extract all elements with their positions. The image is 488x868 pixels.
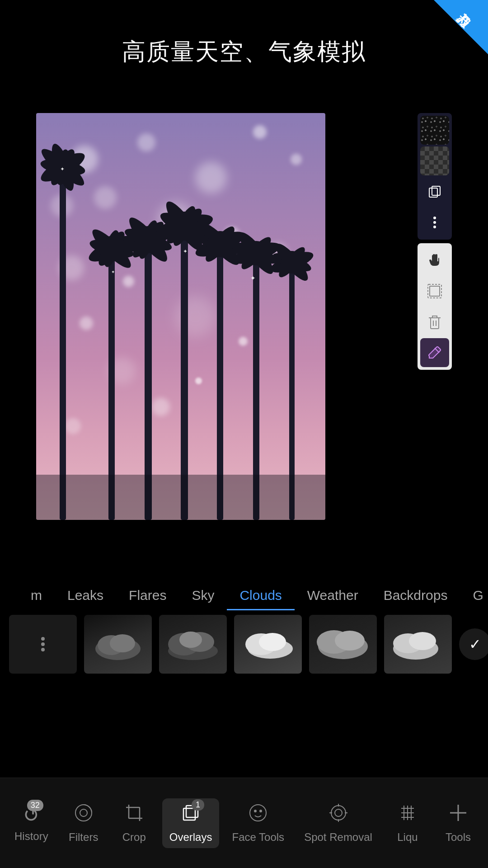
svg-point-41 xyxy=(244,241,268,265)
overlays-label: Overlays xyxy=(169,831,212,844)
svg-point-93 xyxy=(331,806,346,820)
nav-filters[interactable]: Filters xyxy=(61,798,106,848)
svg-point-82 xyxy=(80,809,87,816)
category-tab-backdrops[interactable]: Backdrops xyxy=(371,581,460,610)
svg-point-54 xyxy=(433,217,436,219)
filters-label: Filters xyxy=(69,831,98,844)
history-badge: 32 xyxy=(27,800,43,811)
category-tab-leaks[interactable]: Leaks xyxy=(55,581,116,610)
svg-point-94 xyxy=(335,809,342,816)
svg-rect-58 xyxy=(430,286,440,296)
svg-point-80 xyxy=(409,632,436,650)
category-tab-weather[interactable]: Weather xyxy=(295,581,371,610)
liquify-icon xyxy=(398,803,418,827)
face-tools-label: Face Tools xyxy=(232,831,285,844)
cloud-thumb-1[interactable] xyxy=(84,615,152,674)
cloud-thumb-5[interactable] xyxy=(384,615,452,674)
history-label: History xyxy=(14,830,48,843)
nav-face-tools[interactable]: Face Tools xyxy=(225,798,292,848)
spot-removal-label: Spot Removal xyxy=(304,831,372,844)
action-tools-group xyxy=(418,243,452,370)
crop-label: Crop xyxy=(122,831,146,844)
overlays-icon: 1 xyxy=(181,803,201,827)
eraser-tool[interactable] xyxy=(420,338,449,367)
category-tab-g[interactable]: G xyxy=(460,581,488,610)
cloud-thumb-4[interactable] xyxy=(309,615,377,674)
overlay-strip: ✓ xyxy=(0,610,488,678)
badge-text: 叔乃 xyxy=(468,2,482,16)
svg-rect-83 xyxy=(129,807,140,818)
svg-rect-88 xyxy=(183,808,195,820)
svg-rect-47 xyxy=(36,475,325,520)
more-options-tool[interactable] xyxy=(420,208,449,237)
delete-tool[interactable] xyxy=(420,307,449,336)
nav-history[interactable]: ↺ 32 History xyxy=(7,799,56,847)
category-tab-sky[interactable]: Sky xyxy=(179,581,227,610)
tools-icon xyxy=(448,803,468,827)
overlays-badge: 1 xyxy=(192,799,204,811)
nav-crop[interactable]: Crop xyxy=(112,798,157,848)
svg-point-55 xyxy=(433,221,436,224)
overlay-menu-thumb[interactable] xyxy=(9,615,77,674)
apply-check-button[interactable]: ✓ xyxy=(459,628,488,660)
nav-spot-removal[interactable]: Spot Removal xyxy=(297,798,380,848)
right-sidebar xyxy=(418,113,452,370)
svg-text:✦: ✦ xyxy=(250,274,256,282)
svg-point-74 xyxy=(259,633,286,651)
category-tab-clouds[interactable]: Clouds xyxy=(227,581,294,610)
header-title: 高质量天空、气象模拟 xyxy=(0,36,488,68)
svg-point-36 xyxy=(207,231,233,257)
filters-icon xyxy=(74,803,94,827)
sidebar-top-group xyxy=(418,113,452,240)
palm-silhouettes: ✦ ✦ ✦ ✦ xyxy=(36,113,325,520)
nav-liquify[interactable]: Liqu xyxy=(385,798,430,848)
canvas-area: ✦ ✦ ✦ ✦ xyxy=(36,113,325,520)
overlay-thumbnail-tool[interactable] xyxy=(420,116,449,145)
svg-point-67 xyxy=(110,634,135,652)
svg-rect-0 xyxy=(60,167,66,520)
svg-point-63 xyxy=(41,642,45,646)
svg-point-90 xyxy=(250,805,266,821)
nav-tools[interactable]: Tools xyxy=(436,798,481,848)
duplicate-tool[interactable] xyxy=(420,177,449,206)
svg-point-31 xyxy=(170,212,199,241)
blend-mode-tool[interactable] xyxy=(420,146,449,175)
nav-overlays[interactable]: 1 Overlays xyxy=(162,798,220,848)
bottom-nav: ↺ 32 History Filters Crop xyxy=(0,778,488,868)
spot-removal-icon xyxy=(328,803,348,827)
face-tools-icon xyxy=(248,803,268,827)
cloud-thumb-3[interactable] xyxy=(234,615,302,674)
tools-label: Tools xyxy=(446,831,471,844)
svg-point-62 xyxy=(41,637,45,641)
svg-point-91 xyxy=(254,810,256,812)
category-tabs: m Leaks Flares Sky Clouds Weather Backdr… xyxy=(0,581,488,610)
cloud-thumb-2[interactable] xyxy=(159,615,227,674)
category-tab-flares[interactable]: Flares xyxy=(116,581,179,610)
history-icon: ↺ 32 xyxy=(23,803,40,826)
svg-text:✦: ✦ xyxy=(183,248,188,255)
svg-text:✦: ✦ xyxy=(111,269,115,274)
svg-point-71 xyxy=(179,632,202,648)
svg-point-77 xyxy=(335,631,365,651)
hand-move-tool[interactable] xyxy=(420,246,449,275)
liquify-label: Liqu xyxy=(397,831,418,844)
svg-text:✦: ✦ xyxy=(60,166,65,172)
transform-tool[interactable] xyxy=(420,277,449,306)
svg-point-46 xyxy=(281,251,303,274)
svg-point-92 xyxy=(260,810,262,812)
svg-point-56 xyxy=(433,226,436,228)
svg-point-19 xyxy=(99,236,124,261)
svg-point-64 xyxy=(41,648,45,651)
category-tab-m[interactable]: m xyxy=(18,581,55,610)
crop-icon xyxy=(124,803,144,827)
